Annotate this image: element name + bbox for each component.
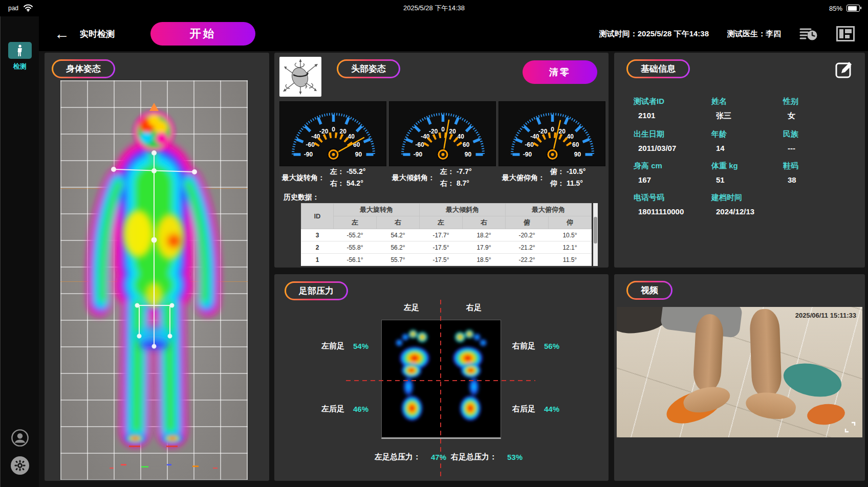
head-marker-triangle: [149, 103, 159, 111]
top-bar: ← 实时检测 开始 测试时间：2025/5/28 下午14:38 测试医生：李四: [39, 16, 868, 51]
vertical-guide-line: [440, 300, 441, 476]
svg-text:0: 0: [441, 126, 445, 133]
foot-pressure-heatmap: [381, 320, 501, 439]
teal-insole: [780, 359, 844, 402]
svg-text:90: 90: [574, 151, 581, 158]
svg-text:40: 40: [348, 133, 355, 140]
info-field: 民族---: [783, 129, 843, 152]
svg-text:-90: -90: [523, 151, 532, 158]
total-right-pressure: 右足总压力：53%: [451, 452, 523, 462]
panel-basic-info: 基础信息 测试者ID2101姓名张三性别女出生日期2011/03/07年龄14民…: [614, 53, 865, 268]
panel-foot-pressure: 足部压力 左足 右足: [274, 274, 609, 481]
left-leg: [692, 314, 724, 393]
svg-text:-60: -60: [525, 141, 534, 148]
svg-text:40: 40: [457, 133, 464, 140]
total-left-pressure: 左足总压力：47%: [375, 452, 446, 462]
video-badge: 视频: [626, 281, 672, 300]
svg-text:90: 90: [355, 151, 362, 158]
gauge-tilt: -90-60-40-20020406090: [389, 101, 496, 166]
fullscreen-icon[interactable]: [844, 422, 856, 433]
right-leg: [749, 308, 782, 397]
video-feed: 2025/06/11 15:11:33: [617, 307, 862, 437]
content: 身体姿态: [39, 51, 868, 487]
svg-text:-90: -90: [414, 151, 423, 158]
gauge-rotation: -90-60-40-20020406090: [279, 101, 386, 166]
svg-text:90: 90: [465, 151, 472, 158]
avatar-icon[interactable]: [11, 429, 29, 447]
page-title: 实时检测: [80, 28, 115, 40]
head-axes-thumbnail: [279, 57, 321, 97]
svg-text:60: 60: [572, 141, 579, 148]
svg-text:0: 0: [551, 126, 554, 133]
head-posture-badge: 头部姿态: [337, 59, 400, 78]
main-area: ← 实时检测 开始 测试时间：2025/5/28 下午14:38 测试医生：李四: [39, 16, 868, 487]
angle-readout: 最大旋转角：左： -55.2°右： 54.2°: [282, 167, 365, 188]
info-field: 电话号码18011110000: [634, 193, 711, 216]
info-field: 性别女: [783, 97, 843, 121]
svg-text:20: 20: [340, 128, 347, 135]
history-icon[interactable]: [799, 26, 818, 41]
gauge-pitch: -90-60-40-20020406090: [498, 101, 605, 166]
svg-text:-20: -20: [319, 128, 329, 135]
stat-right-rearfoot: 右后足44%: [512, 404, 559, 414]
left-foot-label: 左足: [396, 303, 427, 313]
video-timestamp: 2025/06/11 15:11:33: [795, 312, 856, 319]
start-button[interactable]: 开始: [150, 22, 255, 46]
test-doctor: 测试医生：李四: [727, 29, 781, 39]
svg-text:40: 40: [567, 133, 574, 140]
table-scrollbar[interactable]: [593, 203, 598, 266]
info-field: 体重 kg51: [711, 161, 783, 184]
stat-left-rearfoot: 左后足46%: [321, 404, 368, 414]
sidebar-item-detect[interactable]: 检测: [1, 42, 39, 71]
panel-body-posture: 身体姿态: [45, 53, 269, 481]
info-field: 身高 cm167: [634, 161, 711, 184]
svg-text:-90: -90: [304, 151, 313, 158]
panel-video: 视频 2025/06/11 15:11:33: [614, 274, 865, 481]
svg-text:20: 20: [449, 128, 457, 135]
body-posture-badge: 身体姿态: [52, 59, 115, 78]
battery-icon: [847, 5, 860, 12]
history-row[interactable]: 2-55.8°56.2°-17.5°17.9°-21.2°12.1°: [301, 241, 592, 254]
stat-right-forefoot: 右前足56%: [512, 341, 559, 351]
sidebar: 检测: [0, 16, 39, 487]
status-bar: pad 2025/5/28 下午14:38 85%: [0, 0, 868, 16]
svg-text:0: 0: [332, 126, 335, 133]
svg-text:20: 20: [559, 128, 566, 135]
history-data-label: 历史数据：: [284, 193, 319, 202]
info-field: 年龄14: [711, 129, 783, 152]
panel-head-posture: 头部姿态 清零 -90-60-40-20020406090 -90-60-40-…: [274, 53, 609, 268]
angle-readout: 最大俯仰角：俯： -10.5°仰： 11.5°: [502, 167, 585, 188]
status-datetime: 2025/5/28 下午14:38: [0, 4, 868, 13]
svg-text:60: 60: [463, 141, 470, 148]
stat-left-forefoot: 左前足54%: [321, 341, 368, 351]
history-table: ID最大旋转角最大倾斜角最大俯仰角左右左右俯仰3-55.2°54.2°-17.7…: [301, 203, 598, 266]
svg-text:-60: -60: [416, 141, 425, 148]
history-row[interactable]: 1-56.1°55.7°-17.5°18.5°-22.2°11.5°: [301, 254, 592, 266]
angle-readout: 最大倾斜角：左： -7.7°右： 8.7°: [392, 167, 472, 188]
svg-text:-20: -20: [429, 128, 438, 135]
layout-icon[interactable]: [836, 26, 855, 41]
body-thermal-image: [60, 80, 248, 480]
horizontal-guide-line: [346, 380, 535, 381]
history-row[interactable]: 3-55.2°54.2°-17.7°18.2°-20.2°10.5°: [301, 229, 592, 241]
reset-button[interactable]: 清零: [523, 60, 597, 84]
svg-text:-60: -60: [306, 141, 315, 148]
info-field: 测试者ID2101: [634, 97, 711, 121]
right-foot-label: 右足: [459, 303, 489, 313]
scrollbar-thumb[interactable]: [594, 217, 597, 243]
screen: pad 2025/5/28 下午14:38 85% 检测: [0, 0, 868, 487]
info-field: 出生日期2011/03/07: [634, 129, 711, 152]
right-foot: [744, 389, 798, 423]
detect-person-icon: [8, 42, 32, 59]
svg-text:-20: -20: [538, 128, 548, 135]
info-field: 鞋码38: [783, 161, 843, 184]
basic-info-badge: 基础信息: [626, 59, 690, 78]
foot-pressure-badge: 足部压力: [285, 281, 348, 300]
thermal-body-figure: [60, 80, 248, 480]
edit-icon[interactable]: [834, 60, 854, 79]
sidebar-item-label: 检测: [13, 62, 27, 71]
gear-icon[interactable]: [11, 456, 29, 475]
test-time: 测试时间：2025/5/28 下午14:38: [599, 29, 709, 39]
info-field: 建档时间2024/12/13: [711, 193, 783, 216]
back-arrow-icon[interactable]: ←: [54, 26, 70, 41]
